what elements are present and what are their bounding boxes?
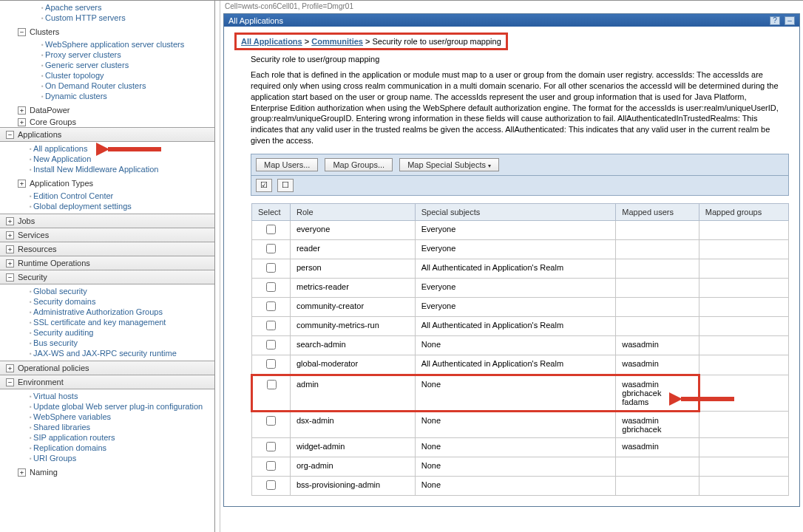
nav-websphere-vars[interactable]: WebSphere variables xyxy=(33,412,111,421)
row-select-checkbox[interactable] xyxy=(266,442,276,451)
cell-role: person xyxy=(291,259,416,278)
cell-users xyxy=(616,476,699,495)
nav-resources-section[interactable]: +Resources xyxy=(0,242,214,256)
cell-special: Everyone xyxy=(415,278,615,297)
nav-global-security[interactable]: Global security xyxy=(33,287,87,296)
cell-special: All Authenticated in Application's Realm xyxy=(415,259,615,278)
row-select-checkbox[interactable] xyxy=(266,244,276,253)
help-icon[interactable]: ? xyxy=(770,16,780,25)
map-users-button[interactable]: Map Users... xyxy=(256,158,318,171)
nav-environment-section[interactable]: −Environment xyxy=(0,375,214,389)
cell-users: wasadmingbrichacekfadams xyxy=(616,375,699,411)
nav-ssl-cert[interactable]: SSL certificate and key management xyxy=(33,318,166,327)
nav-uri-groups[interactable]: URI Groups xyxy=(33,454,76,463)
crumb-communities[interactable]: Communities xyxy=(311,37,363,46)
nav-jobs-section[interactable]: +Jobs xyxy=(0,214,214,228)
nav-bus-security[interactable]: Bus security xyxy=(33,338,78,347)
row-select-checkbox[interactable] xyxy=(266,340,276,349)
nav-oppolicies-section[interactable]: +Operational policies xyxy=(0,361,214,375)
row-select-checkbox[interactable] xyxy=(266,416,276,426)
table-row: readerEveryone xyxy=(252,239,789,259)
cell-groups xyxy=(699,457,788,476)
nav-jaxws-jaxrpc[interactable]: JAX-WS and JAX-RPC security runtime xyxy=(33,349,177,358)
nav-apptypes-header[interactable]: +Application Types xyxy=(0,177,214,189)
row-select-checkbox[interactable] xyxy=(266,301,276,311)
cell-groups xyxy=(699,220,788,239)
row-select-checkbox[interactable] xyxy=(266,225,276,234)
cell-groups xyxy=(699,355,788,375)
nav-datapower-header[interactable]: +DataPower xyxy=(0,104,214,116)
deselect-all-icon[interactable]: ☐ xyxy=(277,179,294,192)
minimize-icon[interactable]: – xyxy=(785,16,795,25)
nav-dynamic-clusters[interactable]: Dynamic clusters xyxy=(45,92,107,100)
nav-global-deploy[interactable]: Global deployment settings xyxy=(33,202,132,211)
cell-profile-label: Cell=wwts-con6Cell01, Profile=Dmgr01 xyxy=(220,1,803,12)
nav-all-applications[interactable]: All applications xyxy=(33,144,87,153)
cell-special: None xyxy=(415,457,615,476)
row-select-checkbox[interactable] xyxy=(267,380,277,389)
nav-security-domains[interactable]: Security domains xyxy=(33,297,95,306)
row-select-checkbox[interactable] xyxy=(266,359,276,369)
nav-was-clusters[interactable]: WebSphere application server clusters xyxy=(45,40,184,49)
cell-groups xyxy=(699,316,788,335)
nav-update-plugin[interactable]: Update global Web server plug-in configu… xyxy=(33,402,203,411)
nav-naming-header[interactable]: +Naming xyxy=(0,466,214,478)
nav-security-section[interactable]: −Security xyxy=(0,270,214,284)
splitter-handle[interactable] xyxy=(215,1,220,532)
cell-groups xyxy=(699,437,788,457)
cell-users xyxy=(616,297,699,316)
select-all-icon[interactable]: ☑ xyxy=(256,179,272,192)
nav-edition-control[interactable]: Edition Control Center xyxy=(33,191,113,200)
minus-icon: − xyxy=(18,28,26,36)
nav-apache-servers[interactable]: Apache servers xyxy=(45,3,101,12)
cell-users: wasadmin xyxy=(616,355,699,375)
nav-security-auditing[interactable]: Security auditing xyxy=(33,328,93,337)
cell-role: bss-provisioning-admin xyxy=(291,476,416,495)
nav-virtual-hosts[interactable]: Virtual hosts xyxy=(33,392,78,400)
table-row: widget-adminNonewasadmin xyxy=(252,437,789,457)
table-row: org-adminNone xyxy=(252,457,789,476)
crumb-all-applications[interactable]: All Applications xyxy=(241,37,302,46)
cell-users: wasadmin xyxy=(616,335,699,355)
col-select: Select xyxy=(252,203,291,220)
map-groups-button[interactable]: Map Groups... xyxy=(325,158,393,171)
cell-groups xyxy=(699,278,788,297)
nav-admin-auth-groups[interactable]: Administrative Authorization Groups xyxy=(33,307,163,316)
action-toolbar: Map Users... Map Groups... Map Special S… xyxy=(251,154,789,176)
cell-role: reader xyxy=(291,239,416,259)
nav-replication-domains[interactable]: Replication domains xyxy=(33,443,106,452)
nav-cluster-topology[interactable]: Cluster topology xyxy=(45,71,104,80)
cell-special: Everyone xyxy=(415,220,615,239)
col-role: Role xyxy=(291,203,416,220)
cell-groups xyxy=(699,259,788,278)
cell-special: None xyxy=(415,375,615,411)
cell-role: search-admin xyxy=(291,335,416,355)
row-select-checkbox[interactable] xyxy=(266,263,276,273)
nav-odr-clusters[interactable]: On Demand Router clusters xyxy=(45,81,146,90)
nav-custom-http-servers[interactable]: Custom HTTP servers xyxy=(45,13,126,22)
map-special-subjects-button[interactable]: Map Special Subjects▾ xyxy=(399,158,499,171)
role-mapping-table: Select Role Special subjects Mapped user… xyxy=(251,203,789,496)
cell-groups xyxy=(699,335,788,355)
nav-applications-section[interactable]: −Applications xyxy=(0,127,214,142)
crumb-security-role-mapping: Security role to user/group mapping xyxy=(373,37,501,46)
nav-proxy-clusters[interactable]: Proxy server clusters xyxy=(45,50,121,59)
nav-generic-clusters[interactable]: Generic server clusters xyxy=(45,61,129,69)
cell-role: community-creator xyxy=(291,297,416,316)
row-select-checkbox[interactable] xyxy=(266,321,276,330)
row-select-checkbox[interactable] xyxy=(266,461,276,471)
col-users: Mapped users xyxy=(616,203,699,220)
row-select-checkbox[interactable] xyxy=(266,282,276,292)
nav-new-application[interactable]: New Application xyxy=(33,154,91,163)
row-select-checkbox[interactable] xyxy=(266,480,276,490)
main-content: Cell=wwts-con6Cell01, Profile=Dmgr01 All… xyxy=(220,1,803,532)
nav-clusters-header[interactable]: −Clusters xyxy=(0,26,214,38)
nav-coregroups-header[interactable]: +Core Groups xyxy=(0,116,214,128)
cell-groups xyxy=(699,239,788,259)
nav-shared-libs[interactable]: Shared libraries xyxy=(33,423,90,432)
nav-services-section[interactable]: +Services xyxy=(0,228,214,242)
nav-runtimeops-section[interactable]: +Runtime Operations xyxy=(0,256,214,270)
minus-icon: − xyxy=(6,131,14,139)
nav-install-middleware[interactable]: Install New Middleware Application xyxy=(33,165,158,174)
nav-sip-routers[interactable]: SIP application routers xyxy=(33,433,115,442)
